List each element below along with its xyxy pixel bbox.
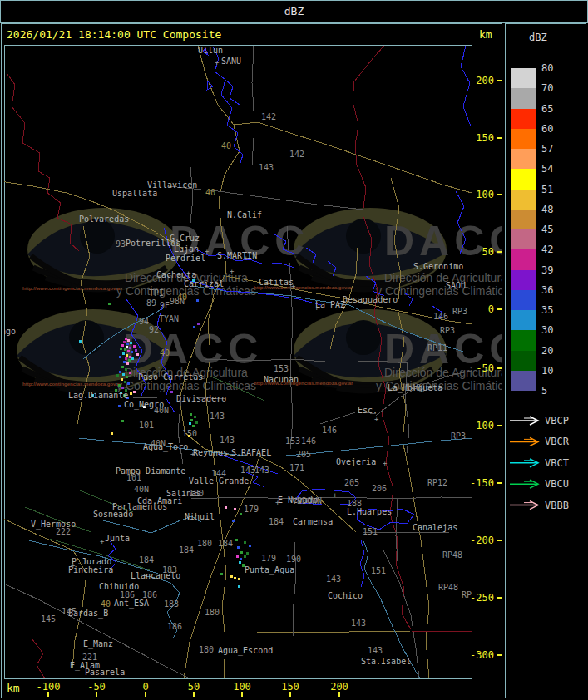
y-tick-label: 0 xyxy=(461,304,494,314)
x-tick-label: 200 xyxy=(321,681,358,693)
y-tick-mark xyxy=(497,308,502,310)
colorbar-tick-label: 20 xyxy=(541,346,553,356)
y-tick-mark xyxy=(497,194,502,195)
colorbar-tick-label: 42 xyxy=(541,244,553,254)
x-tick-mark xyxy=(241,692,243,697)
y-tick-mark xyxy=(497,425,502,426)
x-tick-mark xyxy=(47,692,49,697)
colorbar-band xyxy=(511,210,536,229)
colorbar-tick-label: 45 xyxy=(541,224,553,234)
x-tick-label: -100 xyxy=(30,681,67,693)
colorbar-band xyxy=(511,351,536,371)
x-tick-mark xyxy=(96,692,97,697)
y-tick-mark xyxy=(497,482,502,484)
y-tick-label: -50 xyxy=(461,363,494,373)
colorbar-band xyxy=(511,270,536,290)
colorbar-tick-label: 35 xyxy=(541,305,553,315)
colorbar-tick-label: 70 xyxy=(541,83,553,93)
y-tick-mark xyxy=(497,597,502,599)
x-tick-mark xyxy=(145,692,146,697)
x-tick-label: 100 xyxy=(224,681,260,693)
colorbar-band xyxy=(511,149,536,169)
x-tick-label: 0 xyxy=(127,681,164,693)
colorbar-band xyxy=(511,290,536,310)
colorbar-band xyxy=(511,249,536,269)
colorbar-band xyxy=(511,330,536,350)
timestamp: 2026/01/21 18:14:00 UTC Composite xyxy=(7,28,221,41)
y-tick-label: 100 xyxy=(461,190,494,200)
vector-legend-label: VBCU xyxy=(545,479,569,489)
vector-legend-label: VBCR xyxy=(545,436,569,446)
x-tick-label: -50 xyxy=(78,681,115,693)
colorbar-tick-label: 60 xyxy=(541,124,553,134)
colorbar-tick-label: 80 xyxy=(541,63,553,73)
vector-legend-label: VBCP xyxy=(545,416,569,426)
y-tick-mark xyxy=(497,540,502,541)
y-tick-mark xyxy=(497,251,502,253)
colorbar-band xyxy=(511,129,536,149)
y-tick-label: -150 xyxy=(461,478,494,488)
y-tick-mark xyxy=(497,367,502,369)
x-tick-label: 150 xyxy=(272,681,309,693)
colorbar-tick-label: 5 xyxy=(541,386,547,396)
y-tick-label: -250 xyxy=(461,593,494,603)
y-tick-label: -100 xyxy=(461,421,494,431)
y-tick-mark xyxy=(497,654,502,656)
colorbar-tick-label: 51 xyxy=(541,185,553,195)
x-tick-mark xyxy=(289,692,291,697)
y-axis-unit: km xyxy=(479,28,492,41)
y-tick-label: -300 xyxy=(461,650,494,660)
page-title: dBZ xyxy=(284,5,304,17)
vector-legend-label: VBBB xyxy=(545,500,569,510)
colorbar-band xyxy=(511,229,536,249)
x-tick-label: 50 xyxy=(175,681,212,693)
colorbar-tick-label: 36 xyxy=(541,285,553,295)
colorbar-tick-label: 10 xyxy=(541,366,553,376)
vector-legend-label: VBCT xyxy=(545,458,569,468)
map-viewport xyxy=(4,45,472,679)
y-tick-label: -200 xyxy=(461,535,494,545)
x-tick-mark xyxy=(338,692,340,697)
title-bar: dBZ xyxy=(0,0,588,23)
x-axis-unit: km xyxy=(7,682,20,694)
colorbar-band xyxy=(511,88,536,108)
colorbar-band xyxy=(511,310,536,330)
colorbar-title: dBZ xyxy=(529,32,547,43)
colorbar-tick-label: 54 xyxy=(541,164,553,174)
y-tick-mark xyxy=(497,80,502,81)
colorbar-tick-label: 65 xyxy=(541,104,553,114)
colorbar-band xyxy=(511,371,536,391)
colorbar-tick-label: 39 xyxy=(541,265,553,275)
y-tick-label: 150 xyxy=(461,133,494,143)
colorbar-band xyxy=(511,169,536,189)
colorbar-band xyxy=(511,190,536,210)
y-tick-label: 200 xyxy=(461,76,494,86)
colorbar-tick-label: 30 xyxy=(541,325,553,335)
y-tick-label: 50 xyxy=(461,247,494,257)
y-tick-mark xyxy=(497,137,502,139)
colorbar-tick-label: 48 xyxy=(541,205,553,214)
colorbar-band xyxy=(511,68,536,88)
colorbar-band xyxy=(511,109,536,129)
colorbar-tick-label: 57 xyxy=(541,144,553,154)
x-tick-mark xyxy=(193,692,195,697)
